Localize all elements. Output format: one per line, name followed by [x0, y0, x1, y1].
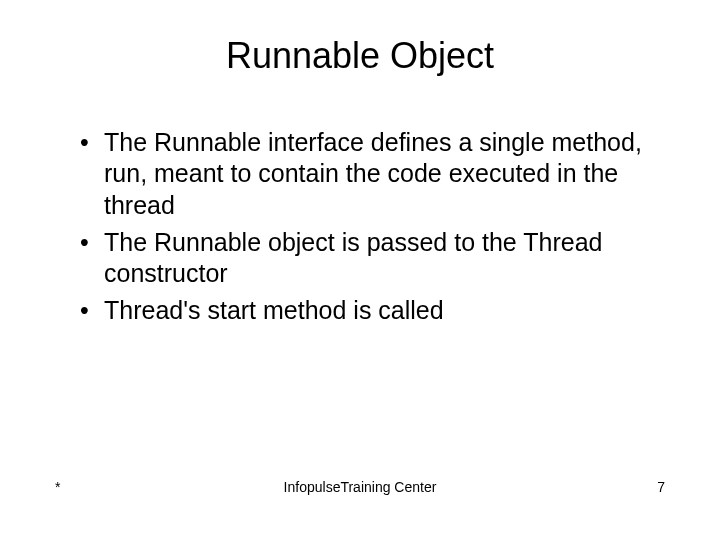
slide-footer: * InfopulseTraining Center 7: [50, 479, 670, 500]
footer-date: *: [55, 479, 258, 495]
list-item: The Runnable object is passed to the Thr…: [80, 227, 670, 290]
list-item: Thread's start method is called: [80, 295, 670, 326]
slide-content: The Runnable interface defines a single …: [50, 127, 670, 479]
slide: Runnable Object The Runnable interface d…: [0, 0, 720, 540]
footer-org: InfopulseTraining Center: [258, 479, 461, 495]
bullet-list: The Runnable interface defines a single …: [50, 127, 670, 327]
slide-title: Runnable Object: [50, 35, 670, 77]
page-number: 7: [462, 479, 665, 495]
list-item: The Runnable interface defines a single …: [80, 127, 670, 221]
